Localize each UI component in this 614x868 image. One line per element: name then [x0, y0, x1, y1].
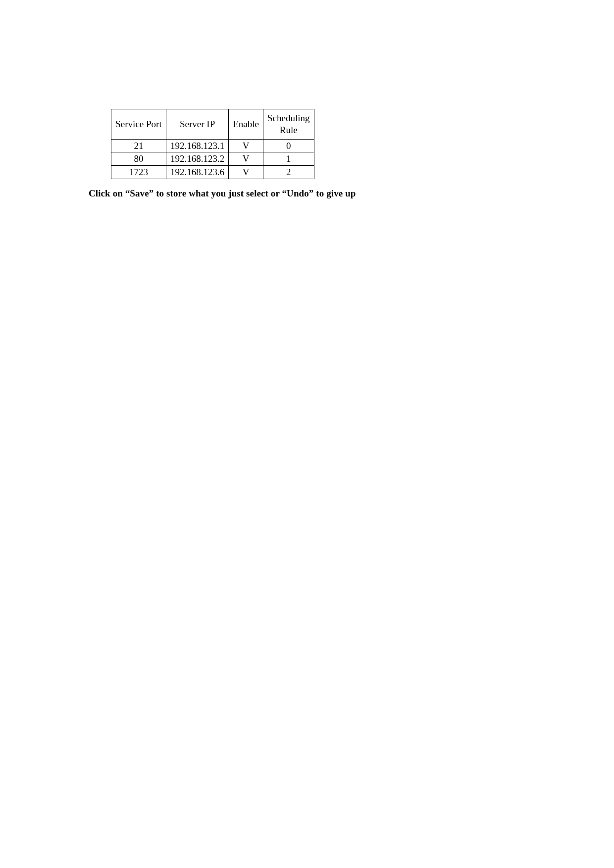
cell-service-port: 1723: [111, 166, 166, 179]
cell-service-port: 80: [111, 152, 166, 166]
cell-enable: V: [229, 139, 263, 152]
table-row: 80 192.168.123.2 V 1: [111, 152, 314, 166]
header-enable: Enable: [229, 109, 263, 140]
cell-server-ip: 192.168.123.6: [166, 166, 229, 179]
header-service-port: Service Port: [111, 109, 166, 140]
cell-server-ip: 192.168.123.1: [166, 139, 229, 152]
header-scheduling-rule: Scheduling Rule: [263, 109, 314, 140]
page-content: Service Port Server IP Enable Scheduling…: [89, 109, 524, 199]
cell-scheduling-rule: 0: [263, 139, 314, 152]
cell-enable: V: [229, 166, 263, 179]
table-header-row: Service Port Server IP Enable Scheduling…: [111, 109, 314, 140]
header-server-ip: Server IP: [166, 109, 229, 140]
instruction-text: Click on “Save” to store what you just s…: [89, 188, 524, 199]
cell-server-ip: 192.168.123.2: [166, 152, 229, 166]
table-row: 21 192.168.123.1 V 0: [111, 139, 314, 152]
cell-service-port: 21: [111, 139, 166, 152]
table-row: 1723 192.168.123.6 V 2: [111, 166, 314, 179]
cell-scheduling-rule: 2: [263, 166, 314, 179]
cell-enable: V: [229, 152, 263, 166]
virtual-server-table: Service Port Server IP Enable Scheduling…: [111, 109, 314, 179]
cell-scheduling-rule: 1: [263, 152, 314, 166]
